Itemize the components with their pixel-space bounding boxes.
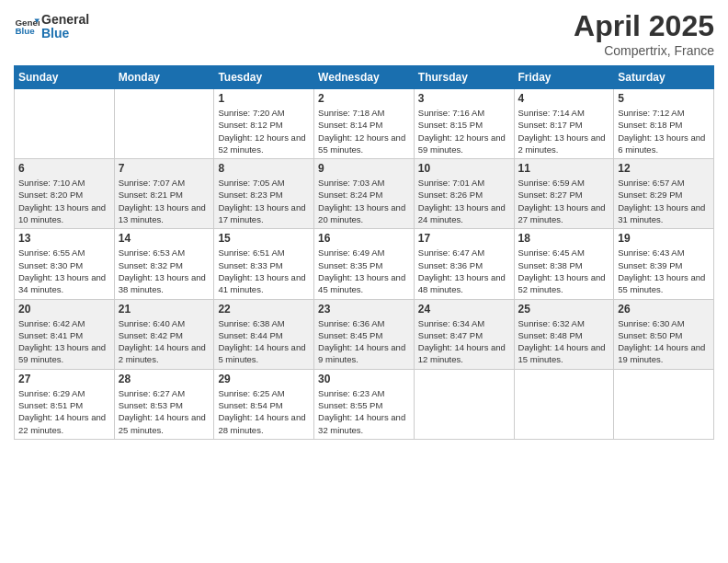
table-row: 16Sunrise: 6:49 AM Sunset: 8:35 PM Dayli… xyxy=(314,229,415,299)
day-number: 24 xyxy=(418,303,510,316)
col-wednesday: Wednesday xyxy=(314,66,415,89)
day-number: 10 xyxy=(418,162,510,175)
table-row: 18Sunrise: 6:45 AM Sunset: 8:38 PM Dayli… xyxy=(514,229,614,299)
table-row: 24Sunrise: 6:34 AM Sunset: 8:47 PM Dayli… xyxy=(414,299,514,369)
table-row: 22Sunrise: 6:38 AM Sunset: 8:44 PM Dayli… xyxy=(214,299,314,369)
table-row: 27Sunrise: 6:29 AM Sunset: 8:51 PM Dayli… xyxy=(15,369,115,439)
table-row: 13Sunrise: 6:55 AM Sunset: 8:30 PM Dayli… xyxy=(15,229,115,299)
day-number: 6 xyxy=(18,162,110,175)
day-info: Sunrise: 6:53 AM Sunset: 8:32 PM Dayligh… xyxy=(119,247,210,295)
day-info: Sunrise: 6:59 AM Sunset: 8:27 PM Dayligh… xyxy=(518,177,610,225)
day-info: Sunrise: 6:38 AM Sunset: 8:44 PM Dayligh… xyxy=(218,317,310,366)
day-info: Sunrise: 6:27 AM Sunset: 8:53 PM Dayligh… xyxy=(119,387,210,436)
day-number: 7 xyxy=(119,162,210,175)
table-row: 7Sunrise: 7:07 AM Sunset: 8:21 PM Daylig… xyxy=(114,159,214,229)
day-info: Sunrise: 6:43 AM Sunset: 8:39 PM Dayligh… xyxy=(618,247,710,295)
day-info: Sunrise: 6:45 AM Sunset: 8:38 PM Dayligh… xyxy=(518,247,610,295)
day-number: 9 xyxy=(318,162,410,175)
day-number: 25 xyxy=(518,303,610,316)
day-info: Sunrise: 6:42 AM Sunset: 8:41 PM Dayligh… xyxy=(18,317,110,366)
day-number: 11 xyxy=(518,162,610,175)
calendar-week-row: 1Sunrise: 7:20 AM Sunset: 8:12 PM Daylig… xyxy=(15,89,714,159)
svg-text:Blue: Blue xyxy=(15,27,35,37)
calendar-table: Sunday Monday Tuesday Wednesday Thursday… xyxy=(14,65,714,440)
page: General Blue General Blue April 2025 Com… xyxy=(0,0,728,563)
day-info: Sunrise: 7:03 AM Sunset: 8:24 PM Dayligh… xyxy=(318,177,410,225)
day-number: 28 xyxy=(119,373,210,385)
day-number: 17 xyxy=(418,232,510,245)
table-row xyxy=(114,89,214,159)
day-number: 22 xyxy=(218,303,310,316)
table-row: 2Sunrise: 7:18 AM Sunset: 8:14 PM Daylig… xyxy=(314,89,415,159)
day-info: Sunrise: 7:10 AM Sunset: 8:20 PM Dayligh… xyxy=(18,177,110,225)
day-info: Sunrise: 7:14 AM Sunset: 8:17 PM Dayligh… xyxy=(518,107,610,155)
table-row: 8Sunrise: 7:05 AM Sunset: 8:23 PM Daylig… xyxy=(214,159,314,229)
table-row: 23Sunrise: 6:36 AM Sunset: 8:45 PM Dayli… xyxy=(314,299,415,369)
table-row: 1Sunrise: 7:20 AM Sunset: 8:12 PM Daylig… xyxy=(214,89,314,159)
day-number: 12 xyxy=(618,162,710,175)
table-row: 15Sunrise: 6:51 AM Sunset: 8:33 PM Dayli… xyxy=(214,229,314,299)
table-row: 12Sunrise: 6:57 AM Sunset: 8:29 PM Dayli… xyxy=(614,159,714,229)
table-row: 3Sunrise: 7:16 AM Sunset: 8:15 PM Daylig… xyxy=(414,89,514,159)
table-row: 30Sunrise: 6:23 AM Sunset: 8:55 PM Dayli… xyxy=(314,369,415,439)
day-info: Sunrise: 6:30 AM Sunset: 8:50 PM Dayligh… xyxy=(618,317,710,366)
day-number: 1 xyxy=(218,92,310,105)
day-info: Sunrise: 7:20 AM Sunset: 8:12 PM Dayligh… xyxy=(218,107,310,155)
day-info: Sunrise: 6:36 AM Sunset: 8:45 PM Dayligh… xyxy=(318,317,410,366)
day-number: 4 xyxy=(518,92,610,105)
table-row: 21Sunrise: 6:40 AM Sunset: 8:42 PM Dayli… xyxy=(114,299,214,369)
day-number: 13 xyxy=(18,232,110,245)
table-row: 29Sunrise: 6:25 AM Sunset: 8:54 PM Dayli… xyxy=(214,369,314,439)
table-row: 6Sunrise: 7:10 AM Sunset: 8:20 PM Daylig… xyxy=(15,159,115,229)
table-row: 25Sunrise: 6:32 AM Sunset: 8:48 PM Dayli… xyxy=(514,299,614,369)
col-thursday: Thursday xyxy=(414,66,514,89)
logo-text-line1: General xyxy=(41,13,89,27)
col-sunday: Sunday xyxy=(15,66,115,89)
day-number: 2 xyxy=(318,92,410,105)
day-info: Sunrise: 6:34 AM Sunset: 8:47 PM Dayligh… xyxy=(418,317,510,366)
day-info: Sunrise: 6:32 AM Sunset: 8:48 PM Dayligh… xyxy=(518,317,610,366)
calendar-location: Compertrix, France xyxy=(574,43,714,58)
calendar-week-row: 6Sunrise: 7:10 AM Sunset: 8:20 PM Daylig… xyxy=(15,159,714,229)
day-info: Sunrise: 7:07 AM Sunset: 8:21 PM Dayligh… xyxy=(119,177,210,225)
title-block: April 2025 Compertrix, France xyxy=(574,9,714,58)
day-info: Sunrise: 7:12 AM Sunset: 8:18 PM Dayligh… xyxy=(618,107,710,155)
day-info: Sunrise: 7:05 AM Sunset: 8:23 PM Dayligh… xyxy=(218,177,310,225)
day-info: Sunrise: 6:40 AM Sunset: 8:42 PM Dayligh… xyxy=(119,317,210,366)
day-info: Sunrise: 7:01 AM Sunset: 8:26 PM Dayligh… xyxy=(418,177,510,225)
day-number: 20 xyxy=(18,303,110,316)
table-row xyxy=(514,369,614,439)
table-row xyxy=(15,89,115,159)
day-info: Sunrise: 6:47 AM Sunset: 8:36 PM Dayligh… xyxy=(418,247,510,295)
table-row: 28Sunrise: 6:27 AM Sunset: 8:53 PM Dayli… xyxy=(114,369,214,439)
calendar-week-row: 20Sunrise: 6:42 AM Sunset: 8:41 PM Dayli… xyxy=(15,299,714,369)
table-row: 26Sunrise: 6:30 AM Sunset: 8:50 PM Dayli… xyxy=(614,299,714,369)
day-number: 29 xyxy=(218,373,310,385)
day-info: Sunrise: 6:49 AM Sunset: 8:35 PM Dayligh… xyxy=(318,247,410,295)
table-row: 20Sunrise: 6:42 AM Sunset: 8:41 PM Dayli… xyxy=(15,299,115,369)
day-info: Sunrise: 6:29 AM Sunset: 8:51 PM Dayligh… xyxy=(18,387,110,436)
calendar-week-row: 27Sunrise: 6:29 AM Sunset: 8:51 PM Dayli… xyxy=(15,369,714,439)
day-number: 30 xyxy=(318,373,410,385)
day-number: 8 xyxy=(218,162,310,175)
day-number: 5 xyxy=(618,92,710,105)
logo-text-line2: Blue xyxy=(41,27,89,40)
day-number: 19 xyxy=(618,232,710,245)
table-row xyxy=(614,369,714,439)
day-number: 14 xyxy=(119,232,210,245)
table-row: 19Sunrise: 6:43 AM Sunset: 8:39 PM Dayli… xyxy=(614,229,714,299)
col-saturday: Saturday xyxy=(614,66,714,89)
table-row xyxy=(414,369,514,439)
day-info: Sunrise: 6:25 AM Sunset: 8:54 PM Dayligh… xyxy=(218,387,310,436)
table-row: 10Sunrise: 7:01 AM Sunset: 8:26 PM Dayli… xyxy=(414,159,514,229)
day-info: Sunrise: 6:57 AM Sunset: 8:29 PM Dayligh… xyxy=(618,177,710,225)
logo-icon: General Blue xyxy=(14,14,40,40)
day-info: Sunrise: 7:18 AM Sunset: 8:14 PM Dayligh… xyxy=(318,107,410,155)
calendar-week-row: 13Sunrise: 6:55 AM Sunset: 8:30 PM Dayli… xyxy=(15,229,714,299)
table-row: 17Sunrise: 6:47 AM Sunset: 8:36 PM Dayli… xyxy=(414,229,514,299)
header: General Blue General Blue April 2025 Com… xyxy=(14,9,714,58)
table-row: 4Sunrise: 7:14 AM Sunset: 8:17 PM Daylig… xyxy=(514,89,614,159)
day-number: 23 xyxy=(318,303,410,316)
calendar-header-row: Sunday Monday Tuesday Wednesday Thursday… xyxy=(15,66,714,89)
col-monday: Monday xyxy=(114,66,214,89)
